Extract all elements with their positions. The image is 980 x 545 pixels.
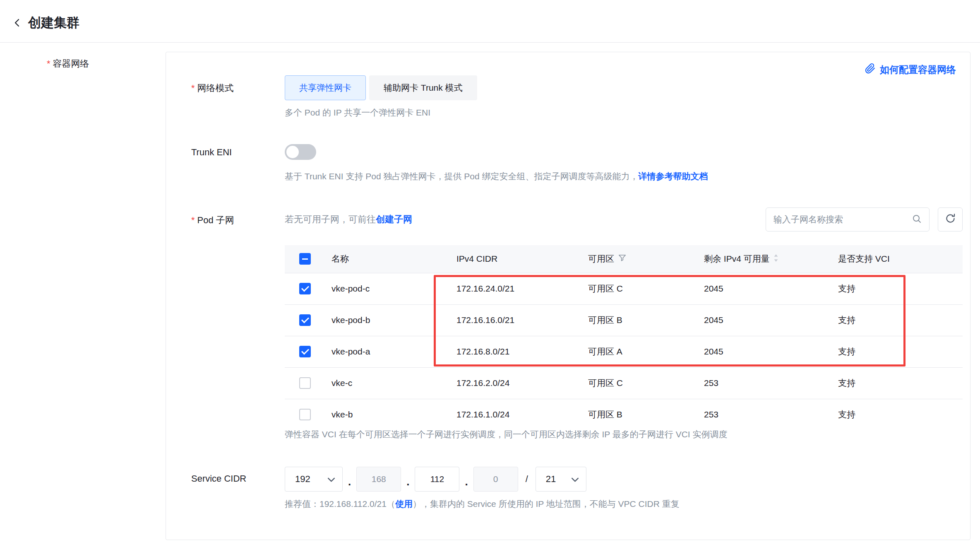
dot-separator: . — [348, 475, 351, 492]
subnet-name: vke-b — [325, 410, 450, 420]
column-header-cidr: IPv4 CIDR — [450, 254, 582, 264]
row-checkbox[interactable] — [299, 409, 311, 420]
chevron-down-icon — [328, 474, 335, 485]
subnet-name: vke-pod-b — [325, 315, 450, 325]
octet4-input — [473, 467, 518, 492]
mask-select[interactable]: 21 — [536, 467, 586, 492]
octet3-input[interactable] — [415, 467, 459, 492]
section-label: 容器网络 — [53, 58, 89, 69]
column-header-name: 名称 — [325, 253, 450, 265]
chevron-down-icon — [572, 474, 579, 485]
row-checkbox[interactable] — [299, 377, 311, 389]
subnet-name: vke-pod-a — [325, 347, 450, 357]
network-mode-hint: 多个 Pod 的 IP 共享一个弹性网卡 ENI — [285, 107, 963, 118]
subnet-cidr: 172.16.16.0/21 — [450, 315, 582, 325]
subnet-search-input[interactable] — [773, 215, 912, 224]
page-title: 创建集群 — [28, 14, 79, 31]
trunk-eni-doc-link[interactable]: 详情参考帮助文档 — [638, 171, 708, 181]
subnet-available: 253 — [698, 378, 832, 388]
network-mode-label: *网络模式 — [166, 75, 285, 118]
network-mode-row: *网络模式 共享弹性网卡 辅助网卡 Trunk 模式 多个 Pod 的 IP 共… — [166, 75, 970, 118]
column-header-zone: 可用区 — [582, 253, 698, 265]
refresh-icon — [945, 213, 956, 226]
toggle-knob — [286, 146, 299, 158]
subnet-cidr: 172.16.8.0/21 — [450, 347, 582, 357]
subnet-zone: 可用区 A — [582, 346, 698, 357]
subnet-available: 2045 — [698, 347, 832, 357]
subnet-vci: 支持 — [832, 346, 963, 357]
pod-subnet-inline-hint: 若无可用子网，可前往创建子网 — [285, 213, 412, 226]
back-icon[interactable] — [12, 18, 22, 28]
subnet-cidr: 172.16.2.0/24 — [450, 378, 582, 388]
required-asterisk: * — [191, 83, 195, 93]
container-network-card: 如何配置容器网络 *网络模式 共享弹性网卡 辅助网卡 Trunk 模式 多个 P… — [166, 52, 970, 540]
subnet-vci: 支持 — [832, 409, 963, 420]
service-cidr-label: Service CIDR — [166, 467, 285, 510]
column-header-vci: 是否支持 VCI — [832, 253, 963, 265]
pod-subnet-row: *Pod 子网 若无可用子网，可前往创建子网 — [166, 207, 970, 440]
subnet-zone: 可用区 B — [582, 409, 698, 420]
subnet-search-box — [766, 207, 930, 232]
dot-separator: . — [465, 475, 468, 492]
configure-network-help-link[interactable]: 如何配置容器网络 — [865, 63, 956, 77]
service-cidr-hint: 推荐值：192.168.112.0/21（使用），集群内的 Service 所使… — [285, 498, 963, 510]
required-asterisk: * — [47, 58, 50, 69]
header-divider — [0, 42, 980, 43]
page-header: 创建集群 — [0, 0, 980, 31]
subnet-cidr: 172.16.1.0/24 — [450, 410, 582, 420]
search-icon — [912, 214, 922, 225]
paperclip-icon — [865, 63, 876, 77]
dot-separator: . — [406, 475, 409, 492]
trunk-eni-row: Trunk ENI 基于 Trunk ENI 支持 Pod 独占弹性网卡，提供 … — [166, 144, 970, 182]
subnet-available: 2045 — [698, 284, 832, 294]
subnet-zone: 可用区 B — [582, 314, 698, 326]
subnet-zone: 可用区 C — [582, 377, 698, 389]
pod-subnet-label: *Pod 子网 — [166, 207, 285, 440]
row-checkbox[interactable] — [299, 314, 311, 326]
table-row[interactable]: vke-b 172.16.1.0/24 可用区 B 253 支持 — [285, 399, 963, 421]
section-label-container: *容器网络 — [0, 52, 166, 70]
mode-shared-eni-button[interactable]: 共享弹性网卡 — [285, 75, 366, 100]
subnet-vci: 支持 — [832, 314, 963, 326]
octet2-input — [356, 467, 401, 492]
trunk-eni-toggle[interactable] — [285, 144, 316, 160]
mode-trunk-button[interactable]: 辅助网卡 Trunk 模式 — [369, 75, 477, 100]
refresh-button[interactable] — [938, 207, 963, 232]
subnet-name: vke-pod-c — [325, 284, 450, 294]
column-header-available: 剩余 IPv4 可用量 — [698, 253, 832, 265]
filter-icon[interactable] — [618, 254, 626, 264]
subnet-table-header: 名称 IPv4 CIDR 可用区 剩余 IPv4 可用量 — [285, 245, 963, 273]
sort-icon[interactable] — [773, 254, 779, 264]
row-checkbox[interactable] — [299, 283, 311, 294]
subnet-name: vke-c — [325, 378, 450, 388]
mask-value: 21 — [546, 474, 556, 485]
table-row[interactable]: vke-pod-c 172.16.24.0/21 可用区 C 2045 支持 — [285, 273, 963, 305]
vci-scheduling-hint: 弹性容器 VCI 在每个可用区选择一个子网进行实例调度，同一个可用区内选择剩余 … — [285, 429, 963, 440]
select-all-checkbox[interactable] — [299, 253, 311, 265]
subnet-vci: 支持 — [832, 377, 963, 389]
subnet-table: 名称 IPv4 CIDR 可用区 剩余 IPv4 可用量 — [285, 245, 963, 421]
subnet-available: 2045 — [698, 315, 832, 325]
subnet-available: 253 — [698, 410, 832, 420]
help-link-label: 如何配置容器网络 — [880, 63, 956, 76]
use-recommended-link[interactable]: 使用 — [395, 499, 413, 509]
trunk-eni-label: Trunk ENI — [166, 144, 285, 182]
create-subnet-link[interactable]: 创建子网 — [376, 214, 412, 224]
required-asterisk: * — [191, 215, 195, 225]
slash-separator: / — [526, 474, 528, 485]
octet1-value: 192 — [295, 474, 310, 485]
service-cidr-row: Service CIDR 192 . . . / — [166, 467, 970, 510]
trunk-eni-hint: 基于 Trunk ENI 支持 Pod 独占弹性网卡，提供 Pod 绑定安全组、… — [285, 171, 963, 182]
subnet-vci: 支持 — [832, 283, 963, 294]
row-checkbox[interactable] — [299, 346, 311, 357]
subnet-cidr: 172.16.24.0/21 — [450, 284, 582, 294]
subnet-zone: 可用区 C — [582, 283, 698, 294]
table-row[interactable]: vke-pod-b 172.16.16.0/21 可用区 B 2045 支持 — [285, 305, 963, 336]
subnet-table-body: vke-pod-c 172.16.24.0/21 可用区 C 2045 支持 v… — [285, 273, 963, 421]
table-row[interactable]: vke-pod-a 172.16.8.0/21 可用区 A 2045 支持 — [285, 336, 963, 368]
octet1-select[interactable]: 192 — [285, 467, 343, 492]
table-row[interactable]: vke-c 172.16.2.0/24 可用区 C 253 支持 — [285, 368, 963, 399]
